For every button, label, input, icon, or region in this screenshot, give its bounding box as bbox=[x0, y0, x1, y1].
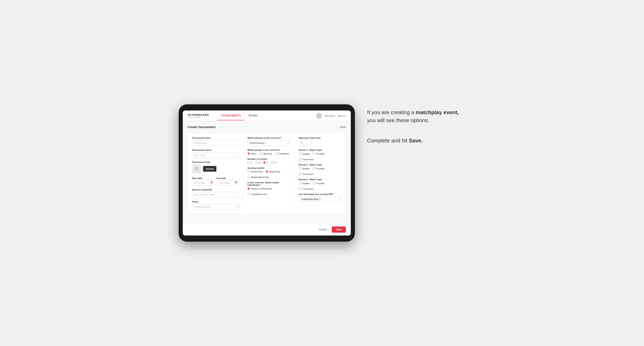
form-col-right: Maximum Team Size Round 1 - Match Type S… bbox=[294, 137, 342, 210]
round3-foursomes-radio[interactable] bbox=[299, 187, 302, 190]
round3-fourball[interactable]: Fourball bbox=[313, 182, 324, 184]
back-button[interactable]: ← Back bbox=[337, 126, 346, 129]
gender-combined-radio[interactable] bbox=[275, 152, 278, 155]
max-team-size-input[interactable] bbox=[299, 140, 311, 146]
save-button[interactable]: Save bbox=[332, 226, 346, 233]
round3-singles[interactable]: Singles bbox=[299, 182, 310, 184]
scoring-stroke[interactable]: Stroke Play bbox=[248, 170, 263, 173]
tab-teams[interactable]: TEAMS bbox=[245, 111, 261, 120]
round3-singles-radio[interactable] bbox=[299, 182, 302, 184]
rounds-1[interactable]: 1 bbox=[248, 161, 252, 164]
tab-tournaments[interactable]: TOURNAMENTS bbox=[217, 111, 245, 120]
annotation-bottom-bold: Save. bbox=[409, 138, 423, 144]
gender-mens[interactable]: Mens bbox=[248, 152, 257, 155]
scoring-medal-label: Medal Match Play bbox=[251, 176, 269, 178]
round1-foursomes-radio[interactable] bbox=[299, 158, 302, 161]
round2-fourball[interactable]: Fourball bbox=[313, 167, 324, 170]
upload-button[interactable]: Upload bbox=[203, 166, 216, 172]
scoring-medal-radio[interactable] bbox=[248, 176, 250, 178]
scoring-stroke-label: Stroke Play bbox=[251, 171, 263, 173]
cancel-button[interactable]: Cancel bbox=[316, 226, 329, 233]
scoring-medal[interactable]: Medal Match Play bbox=[248, 176, 269, 178]
rounds-1-label: 1 bbox=[251, 162, 252, 164]
gender-combined-label: Combined bbox=[279, 153, 289, 155]
round2-singles[interactable]: Singles bbox=[299, 167, 310, 170]
gender-womens[interactable]: Womens bbox=[260, 152, 272, 155]
teams-individuals-radio[interactable] bbox=[248, 193, 250, 195]
create-tournament-form: Tournament Host Tournament name Tourname… bbox=[188, 132, 346, 214]
gender-mens-radio[interactable] bbox=[248, 152, 250, 155]
round3-foursomes[interactable]: Foursomes bbox=[299, 187, 314, 190]
venue-group: Venue bbox=[192, 200, 239, 210]
round2-foursomes[interactable]: Foursomes bbox=[299, 173, 314, 175]
gender-label: Which gender is the event for? bbox=[248, 149, 290, 151]
gender-womens-label: Womens bbox=[263, 153, 272, 155]
round1-foursomes[interactable]: Foursomes bbox=[299, 158, 314, 161]
scoring-match-radio[interactable] bbox=[266, 170, 268, 173]
round2-fourball-radio[interactable] bbox=[313, 167, 315, 170]
gender-radio-group: Mens Womens Combined bbox=[248, 152, 290, 155]
round2-singles-radio[interactable] bbox=[299, 167, 302, 170]
venue-label: Venue bbox=[192, 200, 239, 203]
round2-singles-label: Singles bbox=[302, 167, 310, 170]
scoring-group: Scoring system Stroke Play Match Play bbox=[248, 167, 290, 178]
teams-teams[interactable]: Teams (+Individuals) bbox=[248, 187, 272, 190]
tablet-device: SCOREBOARD Powered by clippit TOURNAMENT… bbox=[179, 104, 355, 242]
rounds-1-radio[interactable] bbox=[248, 161, 250, 164]
rounds-3[interactable]: 3 bbox=[263, 161, 268, 164]
gender-womens-radio[interactable] bbox=[260, 152, 262, 155]
round1-singles[interactable]: Singles bbox=[299, 153, 310, 155]
user-name: Test User | bbox=[324, 115, 335, 117]
tournament-host-label: Tournament Host bbox=[192, 137, 239, 139]
gender-combined[interactable]: Combined bbox=[275, 152, 289, 155]
scoring-label: Scoring system bbox=[248, 167, 290, 169]
round1-fourball-radio[interactable] bbox=[313, 153, 315, 155]
rounds-2-radio[interactable] bbox=[255, 161, 258, 164]
nav-bar: SCOREBOARD Powered by clippit TOURNAMENT… bbox=[183, 111, 351, 121]
rounds-3-radio[interactable] bbox=[263, 161, 266, 164]
tournament-name-input[interactable] bbox=[192, 152, 239, 158]
rounds-2[interactable]: 2 bbox=[255, 161, 260, 164]
logo-text: SCOREBOARD bbox=[188, 113, 209, 116]
round1-fourball[interactable]: Fourball bbox=[313, 153, 324, 155]
api-select-wrapper[interactable]: Leaderboard King ✕ ▾ bbox=[299, 196, 342, 202]
round2-foursomes-radio[interactable] bbox=[299, 173, 302, 175]
nav-tabs: TOURNAMENTS TEAMS bbox=[217, 111, 316, 120]
round2-fourball-label: Fourball bbox=[316, 167, 324, 170]
max-team-size-label: Maximum Team Size bbox=[299, 137, 342, 139]
rounds-4-label: 4 bbox=[274, 162, 276, 164]
round3-foursomes-label: Foursomes bbox=[302, 188, 314, 190]
teams-individuals[interactable]: Individuals Only bbox=[248, 193, 267, 195]
rounds-4[interactable]: 4 bbox=[271, 161, 276, 164]
sign-out-link[interactable]: Sign out bbox=[338, 115, 346, 117]
nav-right: Test User | Sign out bbox=[316, 113, 346, 119]
max-team-size-group: Maximum Team Size bbox=[299, 137, 342, 146]
round3-fourball-radio[interactable] bbox=[313, 182, 315, 184]
round1-singles-radio[interactable] bbox=[299, 153, 302, 155]
annotation-top-bold: matchplay event, bbox=[416, 109, 459, 115]
teams-teams-radio[interactable] bbox=[248, 187, 250, 190]
round1-singles-label: Singles bbox=[302, 153, 310, 155]
rounds-group: Number of rounds 1 2 bbox=[248, 158, 290, 164]
tournament-logo-label: Tournament logo bbox=[192, 161, 239, 163]
page-content: Create Tournament ← Back Tournament Host… bbox=[183, 121, 351, 223]
annotation-top-text2: you will see these options. bbox=[367, 117, 430, 123]
sponsor-input[interactable] bbox=[192, 192, 239, 198]
tournament-host-input[interactable] bbox=[192, 140, 239, 146]
api-label: Use third-party live scoring API? bbox=[299, 193, 342, 195]
round3-label: Round 3 - Match Type bbox=[299, 178, 342, 181]
division-label: Which division is the event for? bbox=[248, 137, 290, 139]
sponsor-label: Sponsor (optional) bbox=[192, 188, 239, 191]
teams-label: Is this event for Teams and/or Individua… bbox=[248, 181, 290, 186]
annotation-bottom: Complete and hit Save. bbox=[367, 137, 466, 145]
scoring-stroke-radio[interactable] bbox=[248, 170, 250, 173]
tournament-logo-group: Tournament logo 🖼 Upload bbox=[192, 161, 239, 173]
rounds-3-label: 3 bbox=[267, 162, 268, 164]
scoring-match[interactable]: Match Play bbox=[266, 170, 280, 173]
api-tag-close[interactable]: ✕ bbox=[319, 198, 320, 200]
tablet-screen: SCOREBOARD Powered by clippit TOURNAMENT… bbox=[183, 111, 351, 235]
division-select[interactable]: NCAA Division I bbox=[248, 140, 290, 146]
round2-match-type: Round 2 - Match Type Singles Fourball bbox=[299, 164, 342, 175]
rounds-4-radio[interactable] bbox=[271, 161, 274, 164]
venue-input[interactable] bbox=[192, 204, 239, 210]
